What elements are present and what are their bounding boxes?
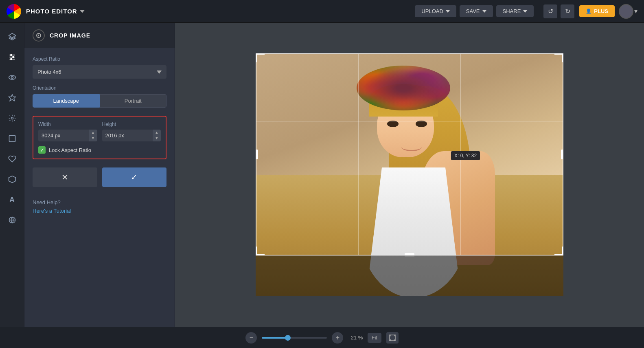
expand-icon [389, 335, 396, 341]
width-input[interactable] [38, 130, 89, 141]
topbar: PHOTO EDITOR UPLOAD SAVE SHARE ↺ ↻ 👤 PLU… [0, 0, 644, 23]
svg-point-10 [10, 58, 11, 59]
back-button[interactable] [33, 29, 45, 42]
svg-marker-0 [80, 10, 85, 13]
upload-button[interactable]: UPLOAD [415, 5, 456, 17]
star-icon [8, 94, 16, 102]
zoom-slider-fill [262, 337, 288, 339]
sidebar-item-layers[interactable] [3, 28, 21, 46]
panel-header: CROP IMAGE [24, 23, 175, 48]
mid-handle-left[interactable] [256, 150, 258, 159]
lock-aspect-label: Lock Aspect Ratio [49, 147, 91, 153]
upload-chevron-icon [446, 9, 450, 13]
corner-handle-tl [256, 53, 265, 62]
photo-background: X: 0, Y: 32 [256, 53, 563, 296]
crop-icon [8, 134, 16, 143]
share-button[interactable]: SHARE [496, 5, 534, 17]
heart-icon [8, 155, 16, 163]
sliders-icon [8, 53, 16, 61]
svg-point-12 [11, 77, 13, 79]
tutorial-link[interactable]: Here's a Tutorial [33, 208, 166, 214]
svg-marker-3 [523, 10, 527, 13]
svg-marker-16 [9, 176, 15, 183]
below-crop-overlay [256, 255, 563, 296]
app-title: PHOTO EDITOR [26, 8, 85, 15]
svg-point-11 [9, 75, 15, 79]
sidebar-item-heart[interactable] [3, 150, 21, 168]
aspect-ratio-value: Photo 4x6 [37, 69, 61, 75]
width-down-button[interactable]: ▼ [89, 135, 97, 141]
texture-icon [8, 216, 16, 224]
sidebar-item-texture[interactable] [3, 211, 21, 229]
lock-checkbox[interactable]: ✓ [38, 146, 46, 154]
action-buttons: ✕ ✓ [33, 167, 166, 187]
undo-button[interactable]: ↺ [543, 4, 557, 18]
svg-point-8 [10, 54, 11, 55]
cancel-button[interactable]: ✕ [33, 167, 97, 187]
icon-bar: A [0, 23, 24, 327]
svg-point-14 [11, 117, 13, 119]
save-button[interactable]: SAVE [460, 5, 493, 17]
app-title-chevron-icon [80, 9, 85, 14]
width-input-wrap: ▲ ▼ [38, 130, 97, 141]
app-logo[interactable] [7, 4, 21, 19]
aspect-ratio-dropdown[interactable]: Photo 4x6 [33, 65, 166, 79]
zoom-percent: 21 % [348, 335, 363, 341]
sidebar-item-shape[interactable] [3, 170, 21, 188]
sidebar-item-favorites[interactable] [3, 89, 21, 107]
layers-icon [8, 33, 16, 41]
width-up-button[interactable]: ▲ [89, 130, 97, 135]
corner-handle-tr [554, 53, 563, 62]
sidebar-item-tools[interactable] [3, 109, 21, 127]
save-chevron-icon [482, 9, 486, 13]
height-down-button[interactable]: ▼ [153, 135, 161, 141]
height-up-button[interactable]: ▲ [153, 130, 161, 135]
svg-rect-15 [9, 136, 15, 142]
portrait-button[interactable]: Portrait [100, 94, 167, 108]
text-icon: A [9, 196, 15, 204]
height-input-wrap: ▲ ▼ [102, 130, 161, 141]
svg-marker-13 [9, 95, 15, 101]
gear-icon [8, 114, 16, 122]
coordinate-tooltip: X: 0, Y: 32 [451, 151, 480, 160]
canvas-area[interactable]: X: 0, Y: 32 [175, 23, 644, 327]
height-spinners: ▲ ▼ [153, 130, 161, 141]
plus-button[interactable]: 👤 PLUS [579, 5, 615, 17]
svg-point-9 [12, 56, 13, 57]
lock-aspect-ratio[interactable]: ✓ Lock Aspect Ratio [38, 146, 161, 154]
redo-button[interactable]: ↻ [561, 4, 574, 18]
hexagon-icon [8, 175, 16, 183]
orientation-label: Orientation [33, 85, 166, 91]
zoom-expand-button[interactable] [386, 332, 399, 344]
wh-labels: Width Height [38, 121, 161, 127]
zoom-fit-button[interactable]: Fit [368, 333, 381, 343]
zoom-slider-thumb[interactable] [285, 335, 291, 341]
zoom-slider[interactable] [262, 337, 327, 339]
wh-inputs: ▲ ▼ ▲ ▼ [38, 130, 161, 141]
zoom-in-button[interactable]: + [332, 332, 343, 344]
dropdown-chevron-icon [157, 70, 162, 74]
sidebar-item-effects[interactable] [3, 68, 21, 86]
user-avatar[interactable] [619, 4, 633, 19]
svg-marker-2 [482, 10, 486, 13]
confirm-button[interactable]: ✓ [102, 167, 167, 187]
undo-redo-group: ↺ ↻ [539, 4, 574, 18]
height-label: Height [102, 121, 161, 127]
image-container: X: 0, Y: 32 [256, 53, 563, 296]
svg-marker-1 [446, 10, 450, 13]
sidebar-item-adjust[interactable] [3, 48, 21, 66]
side-panel: CROP IMAGE Aspect Ratio Photo 4x6 Orient… [24, 23, 175, 327]
help-text: Need Help? [33, 199, 166, 205]
mid-handle-right[interactable] [561, 150, 563, 159]
back-arrow-icon [36, 33, 41, 38]
orientation-buttons: Landscape Portrait [33, 94, 166, 108]
sidebar-item-text[interactable]: A [3, 191, 21, 209]
dimensions-box: Width Height ▲ ▼ ▲ [33, 116, 166, 159]
landscape-button[interactable]: Landscape [33, 94, 100, 108]
height-input[interactable] [102, 130, 153, 141]
zoom-out-button[interactable]: − [245, 332, 257, 344]
main-area: A CROP IMAGE Aspect Ratio [0, 23, 644, 327]
panel-title: CROP IMAGE [50, 32, 90, 39]
avatar-chevron-icon[interactable]: ▾ [634, 7, 637, 15]
sidebar-item-crop[interactable] [3, 130, 21, 148]
